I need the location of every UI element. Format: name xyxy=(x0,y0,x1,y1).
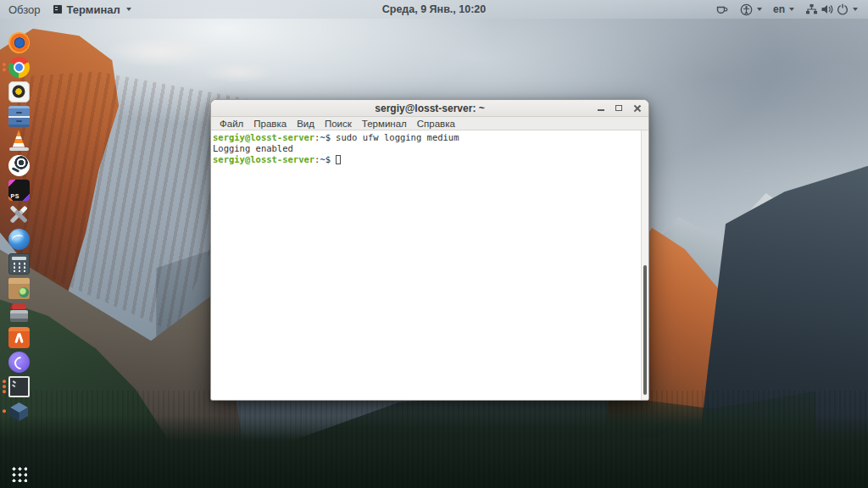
menu-help[interactable]: Справка xyxy=(412,119,460,129)
calculator-icon xyxy=(8,253,30,274)
terminal-window: sergiy@losst-server: ~ Файл Правка Вид П… xyxy=(210,99,649,401)
running-indicator xyxy=(3,409,6,413)
dock-item-press-tool[interactable] xyxy=(0,302,37,324)
chrome-icon xyxy=(8,57,30,78)
dock-item-thunderbird[interactable] xyxy=(0,228,37,250)
terminal-content[interactable]: sergiy@losst-server:~$sudo ufw logging m… xyxy=(211,130,648,400)
dock-item-tools[interactable] xyxy=(0,203,37,225)
system-menu[interactable] xyxy=(805,3,858,15)
weather-indicator[interactable] xyxy=(715,3,729,15)
thunderbird-icon xyxy=(8,229,30,250)
viber-icon xyxy=(8,352,30,373)
window-title: sergiy@losst-server: ~ xyxy=(211,103,648,114)
power-icon xyxy=(837,3,849,15)
menu-view[interactable]: Вид xyxy=(292,119,320,129)
activities-button[interactable]: Обзор xyxy=(8,3,41,16)
prompt-symbol: $ xyxy=(326,132,331,142)
dock-item-orange-a[interactable] xyxy=(0,326,37,348)
running-indicator xyxy=(3,63,6,71)
dock-item-viber[interactable] xyxy=(0,351,37,373)
menu-search[interactable]: Поиск xyxy=(320,119,357,129)
firefox-icon xyxy=(8,32,30,53)
dock-item-terminal[interactable] xyxy=(0,375,37,397)
desktop: Обзор Терминал Среда, 9 Янв., 10:20 xyxy=(0,0,868,488)
crossed-tools-icon xyxy=(8,204,30,225)
menu-terminal[interactable]: Терминал xyxy=(357,119,412,129)
blue-cube-icon xyxy=(8,401,30,422)
command-text: sudo ufw logging medium xyxy=(336,132,459,142)
minimize-icon xyxy=(598,109,604,111)
chevron-down-icon xyxy=(853,8,858,11)
app-menu-label: Терминал xyxy=(67,3,120,16)
prompt-symbol: $ xyxy=(326,154,331,164)
top-bar: Обзор Терминал Среда, 9 Янв., 10:20 xyxy=(0,0,868,19)
terminal-line-output: Logging enabled xyxy=(213,143,640,154)
minimize-button[interactable] xyxy=(596,103,606,114)
phpstorm-icon: PS xyxy=(8,180,30,201)
dock-item-vlc[interactable] xyxy=(0,130,37,152)
dock-item-files[interactable] xyxy=(0,105,37,127)
vlc-icon xyxy=(8,130,30,152)
terminal-line-prompt: sergiy@losst-server:~$ xyxy=(213,154,640,165)
chevron-down-icon xyxy=(126,8,131,11)
dock-item-steam[interactable] xyxy=(0,154,37,176)
terminal-app-icon xyxy=(8,376,30,397)
accessibility-icon xyxy=(740,3,753,16)
dock-item-package-manager[interactable] xyxy=(0,277,37,299)
wired-network-icon xyxy=(805,3,818,15)
press-tool-icon xyxy=(8,302,30,324)
running-indicator xyxy=(3,380,6,393)
terminal-scrollbar[interactable] xyxy=(641,130,648,400)
dock-item-calculator[interactable] xyxy=(0,252,37,274)
dock: PS xyxy=(0,19,37,488)
window-titlebar[interactable]: sergiy@losst-server: ~ xyxy=(211,100,648,117)
terminal-cursor xyxy=(336,155,341,164)
close-icon xyxy=(633,104,641,112)
app-menu[interactable]: Терминал xyxy=(53,3,131,16)
phpstorm-badge: PS xyxy=(11,193,19,199)
camera-app-icon xyxy=(8,81,30,103)
terminal-icon xyxy=(53,4,63,14)
menu-file[interactable]: Файл xyxy=(214,119,248,129)
scrollbar-thumb[interactable] xyxy=(643,265,647,395)
accessibility-menu[interactable] xyxy=(740,3,762,16)
prompt-user: sergiy@losst-server xyxy=(213,132,314,142)
language-label: en xyxy=(773,3,785,15)
chevron-down-icon xyxy=(757,8,762,11)
output-text: Logging enabled xyxy=(213,143,293,153)
steam-icon xyxy=(8,155,30,176)
window-menubar: Файл Правка Вид Поиск Терминал Справка xyxy=(211,117,648,130)
speaker-icon xyxy=(821,3,834,15)
file-cabinet-icon xyxy=(8,106,30,127)
dock-item-firefox[interactable] xyxy=(0,31,37,53)
dock-item-chrome[interactable] xyxy=(0,56,37,78)
prompt-user: sergiy@losst-server xyxy=(213,154,314,164)
package-globe-icon xyxy=(8,278,30,299)
menu-edit[interactable]: Правка xyxy=(248,119,292,129)
terminal-line-command: sergiy@losst-server:~$sudo ufw logging m… xyxy=(213,132,640,143)
dock-item-virtualbox[interactable] xyxy=(0,400,37,422)
language-menu[interactable]: en xyxy=(773,3,794,15)
maximize-button[interactable] xyxy=(614,103,624,114)
maximize-icon xyxy=(615,105,622,111)
dock-item-show-apps[interactable] xyxy=(0,464,37,483)
close-button[interactable] xyxy=(632,103,642,114)
dock-item-phpstorm[interactable]: PS xyxy=(0,179,37,201)
cup-icon xyxy=(715,3,729,15)
dock-item-camera-app[interactable] xyxy=(0,80,37,103)
orange-a-icon xyxy=(8,327,30,348)
chevron-down-icon xyxy=(789,8,794,11)
show-apps-grid-icon xyxy=(10,465,27,482)
